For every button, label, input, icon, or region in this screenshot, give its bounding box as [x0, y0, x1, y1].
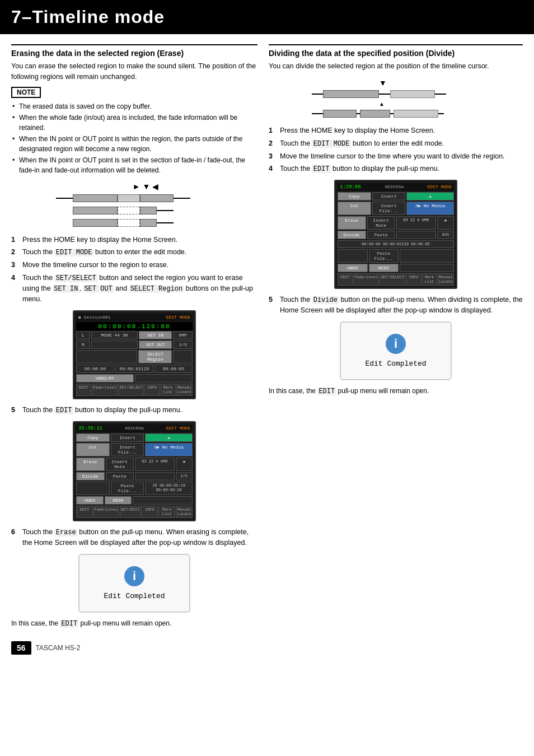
device-screenshot-3: 1:29:86 002h55m EDIT MODE Copy Insert ▲ …	[334, 180, 457, 289]
divide-section-body: You can divide the selected region at th…	[269, 61, 523, 72]
divide-section-title: Dividing the data at the specified posit…	[269, 44, 523, 58]
divide-step-list: 1 Press the HOME key to display the Home…	[269, 125, 523, 175]
erase-section-title: Erasing the data in the selected region …	[11, 44, 257, 58]
left-column: Erasing the data in the selected region …	[11, 44, 257, 633]
step-item: 5 Touch the Divide button on the pull-up…	[269, 295, 523, 316]
step-item: 1 Press the HOME key to display the Home…	[269, 125, 523, 136]
device-screenshot-2: 35:39:11 002h05m EDIT MODE Copy Insert ▲…	[73, 421, 196, 521]
page-header: 7–Timeline mode	[0, 0, 534, 34]
note-list: The erased data is saved on the copy buf…	[11, 101, 257, 175]
step-item: 5 Touch the EDIT button to display the p…	[11, 405, 257, 416]
divide-step5: 5 Touch the Divide button on the pull-up…	[269, 295, 523, 316]
divide-info-icon: i	[386, 334, 406, 354]
divide-after-text: In this case, the EDIT pull-up menu will…	[269, 386, 523, 396]
note-item: When the whole fade (in/out) area is inc…	[11, 113, 257, 133]
brand-text: TASCAM HS-2	[36, 644, 81, 652]
note-label: NOTE	[11, 87, 41, 98]
edit-completed-text: Edit Completed	[96, 592, 172, 600]
step-item: 4 Touch the SET/SELECT button and select…	[11, 273, 257, 305]
device-screenshot-1: ■ Session001 EDIT MODE 00:00:00.129:80 L…	[73, 310, 196, 399]
page-title: 7–Timeline mode	[11, 7, 165, 27]
erase-edit-completed-popup: i Edit Completed	[78, 554, 190, 613]
step-item: 3 Move the timeline cursor to the time w…	[269, 151, 523, 162]
divide-diagram: ▼ ▲	[312, 78, 480, 119]
step-item: 2 Touch the EDIT MODE button to enter th…	[11, 247, 257, 258]
page-number: 56	[11, 641, 31, 655]
step-item: 2 Touch the EDIT MODE button to enter th…	[269, 138, 523, 149]
step-item: 6 Touch the Erase button on the pull-up …	[11, 527, 257, 548]
erase-step-list: 1 Press the HOME key to display the Home…	[11, 235, 257, 305]
erase-step5: 5 Touch the EDIT button to display the p…	[11, 405, 257, 416]
footer: 56 TASCAM HS-2	[0, 633, 534, 662]
note-item: When the IN point or OUT point is within…	[11, 134, 257, 154]
step-item: 1 Press the HOME key to display the Home…	[11, 235, 257, 245]
step-item: 4 Touch the EDIT button to display the p…	[269, 164, 523, 174]
right-column: Dividing the data at the specified posit…	[269, 44, 523, 633]
erase-after-text: In this case, the EDIT pull-up menu will…	[11, 618, 257, 629]
erase-step6: 6 Touch the Erase button on the pull-up …	[11, 527, 257, 548]
info-icon: i	[124, 566, 144, 586]
divide-edit-completed-text: Edit Completed	[358, 360, 434, 368]
note-item: When the IN point or OUT point is set in…	[11, 155, 257, 175]
step-item: 3 Move the timeline cursor to the region…	[11, 260, 257, 270]
note-item: The erased data is saved on the copy buf…	[11, 101, 257, 111]
erase-section-body: You can erase the selected region to mak…	[11, 61, 257, 82]
divide-edit-completed-popup: i Edit Completed	[340, 321, 452, 380]
erase-diagram: ► ▼ ◀	[56, 182, 213, 228]
